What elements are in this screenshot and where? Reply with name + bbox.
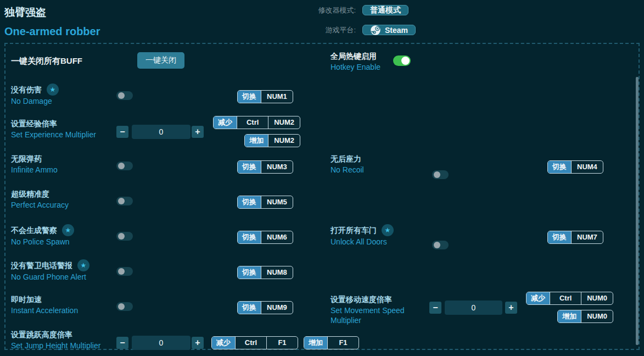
cheat-toggle[interactable] xyxy=(116,267,133,276)
hotkey-toggle-button[interactable]: 切换NUM3 xyxy=(237,160,293,174)
hotkey-increase-button[interactable]: 增加NUM0 xyxy=(557,310,613,323)
cheat-row-no-damage: 没有伤害★ No Damage 切换NUM1 xyxy=(5,84,639,110)
hotkey-group: 减少CtrlNUM0 增加NUM0 xyxy=(536,292,613,323)
cheat-row-experience-multiplier: 设置经验倍率 Set Experience Multiplier − 0 + 减… xyxy=(5,119,639,145)
hotkey-decrease-button[interactable]: 减少CtrlF1 xyxy=(211,336,298,349)
star-icon: ★ xyxy=(47,84,59,96)
cheat-label: 设置经验倍率 Set Experience Multiplier xyxy=(11,119,96,140)
star-icon: ★ xyxy=(62,224,74,236)
hotkey-toggle-button[interactable]: 切换NUM4 xyxy=(547,160,603,174)
toggle-knob xyxy=(118,198,125,204)
cheat-label: 无限弹药 Infinite Ammo xyxy=(11,154,58,175)
cheats-panel: 一键关闭所有BUFF 一键关闭 全局热键启用 Hotkey Enable 没有伤… xyxy=(4,43,640,350)
star-icon: ★ xyxy=(382,224,394,236)
master-row: 一键关闭所有BUFF 一键关闭 全局热键启用 Hotkey Enable xyxy=(5,51,639,71)
cheat-label: 没有伤害★ No Damage xyxy=(11,84,59,106)
cheat-toggle[interactable] xyxy=(116,162,133,170)
platform-value: Steam xyxy=(385,26,408,35)
close-all-button[interactable]: 一键关闭 xyxy=(137,52,184,69)
game-title-en: One-armed robber xyxy=(4,25,100,38)
game-title-zh: 独臂强盗 xyxy=(4,5,46,20)
hotkey-toggle-button[interactable]: 切换NUM5 xyxy=(237,196,293,209)
cheat-toggle[interactable] xyxy=(116,302,133,311)
cheat-row-jump-height: 设置跳跃高度倍率 Set Jump Height Multiplier − 0 … xyxy=(5,330,639,356)
platform-button[interactable]: Steam xyxy=(362,25,416,35)
cheat-label: 设置移动速度倍率 Set Movement Speed Multiplier xyxy=(331,294,423,325)
cheat-label: 无后座力 No Recoil xyxy=(331,154,364,175)
increment-button[interactable]: + xyxy=(192,126,204,138)
decrement-button[interactable]: − xyxy=(116,126,128,138)
scrollbar-thumb[interactable] xyxy=(636,77,639,345)
cheat-toggle[interactable] xyxy=(116,91,133,100)
increment-button[interactable]: + xyxy=(192,337,204,349)
cheat-toggle[interactable] xyxy=(432,241,449,249)
value-field[interactable]: 0 xyxy=(132,125,191,139)
hotkey-toggle-button[interactable]: 切换NUM8 xyxy=(237,266,293,279)
decrement-button[interactable]: − xyxy=(116,337,128,349)
steam-icon xyxy=(370,25,381,36)
toggle-knob xyxy=(118,303,125,310)
hotkey-toggle-button[interactable]: 切换NUM7 xyxy=(547,231,603,244)
cheat-label: 超级精准度 Perfect Accuracy xyxy=(11,189,69,210)
platform-label: 游戏平台: xyxy=(313,25,356,35)
cheat-row-no-police-unlock-doors: 不会生成警察★ No Police Spawn 切换NUM6 打开所有车门★ U… xyxy=(5,224,639,251)
cheat-label: 打开所有车门★ Unlock All Doors xyxy=(331,224,394,247)
cheat-toggle[interactable] xyxy=(116,232,133,241)
star-icon: ★ xyxy=(77,259,89,271)
cheat-row-acceleration-movement-speed: 即时加速 Instant Acceleration 切换NUM9 设置移动速度倍… xyxy=(5,294,639,321)
value-field[interactable]: 0 xyxy=(132,336,191,350)
hotkey-increase-button[interactable]: 增加F1 xyxy=(304,336,359,349)
hotkey-decrease-button[interactable]: 减少CtrlNUM2 xyxy=(213,116,300,129)
hotkey-group: 减少CtrlNUM2 增加NUM2 xyxy=(222,116,300,147)
close-all-label: 一键关闭所有BUFF xyxy=(11,56,82,66)
value-field[interactable]: 0 xyxy=(445,301,502,315)
cheat-row-infinite-ammo-no-recoil: 无限弹药 Infinite Ammo 切换NUM3 无后座力 No Recoil… xyxy=(5,154,639,180)
hotkey-increase-button[interactable]: 增加NUM2 xyxy=(244,134,300,147)
increment-button[interactable]: + xyxy=(505,302,517,314)
hotkey-enable-toggle[interactable] xyxy=(393,55,411,66)
toggle-knob xyxy=(401,57,410,65)
trainer-mode-field: 修改器模式: 普通模式 xyxy=(313,5,408,15)
trainer-mode-label: 修改器模式: xyxy=(313,5,356,15)
hotkey-toggle-button[interactable]: 切换NUM1 xyxy=(237,90,293,103)
cheat-toggle[interactable] xyxy=(116,197,133,205)
cheat-row-no-guard-phone-alert: 没有警卫电话警报★ No Guard Phone Alert 切换NUM8 xyxy=(5,259,639,286)
cheat-label: 即时加速 Instant Acceleration xyxy=(11,294,78,315)
hotkey-toggle-button[interactable]: 切换NUM9 xyxy=(237,301,293,314)
toggle-knob xyxy=(434,242,440,248)
cheat-row-perfect-accuracy: 超级精准度 Perfect Accuracy 切换NUM5 xyxy=(5,189,639,215)
hotkey-toggle-button[interactable]: 切换NUM6 xyxy=(237,231,293,244)
toggle-knob xyxy=(118,92,125,99)
hotkey-decrease-button[interactable]: 减少CtrlNUM0 xyxy=(526,292,613,305)
toggle-knob xyxy=(434,171,440,178)
hotkey-group: 减少CtrlF1 增加F1 xyxy=(211,336,359,349)
cheat-label: 没有警卫电话警报★ No Guard Phone Alert xyxy=(11,259,89,282)
decrement-button[interactable]: − xyxy=(429,302,441,314)
cheat-label: 设置跳跃高度倍率 Set Jump Height Multiplier xyxy=(11,330,100,351)
cheat-label: 不会生成警察★ No Police Spawn xyxy=(11,224,74,247)
trainer-mode-value: 普通模式 xyxy=(370,5,401,15)
platform-field: 游戏平台: Steam xyxy=(313,25,416,35)
trainer-window: 独臂强盗 One-armed robber 修改器模式: 普通模式 游戏平台: … xyxy=(0,0,644,356)
cheat-toggle[interactable] xyxy=(432,170,449,179)
toggle-knob xyxy=(118,163,125,169)
toggle-knob xyxy=(118,268,125,275)
hotkey-enable-label: 全局热键启用 Hotkey Enable xyxy=(331,51,380,72)
toggle-knob xyxy=(118,233,125,240)
trainer-mode-button[interactable]: 普通模式 xyxy=(362,5,408,15)
